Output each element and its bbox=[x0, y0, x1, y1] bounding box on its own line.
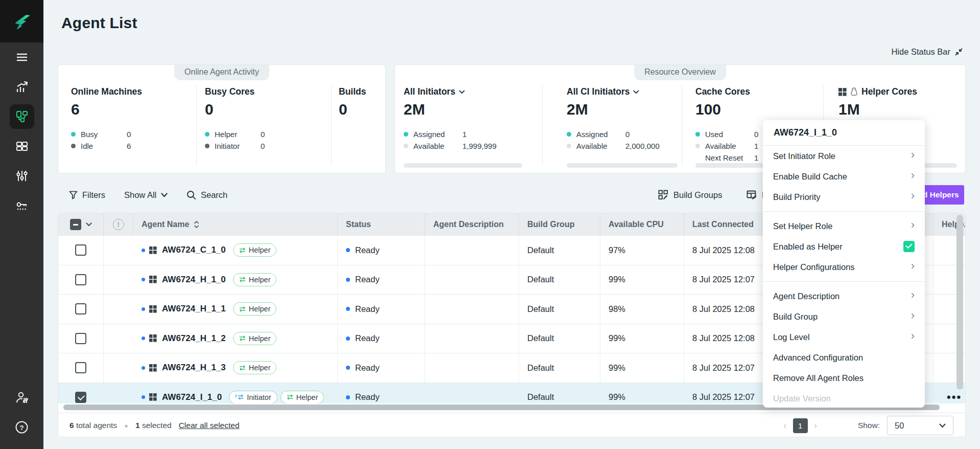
menu-item-label: Enable Build Cache bbox=[773, 172, 847, 182]
menu-item-label: Helper Configurations bbox=[773, 262, 855, 272]
select-all-checkbox[interactable] bbox=[70, 219, 81, 230]
section-title-text: All Initiators bbox=[404, 86, 455, 97]
more-actions-icon[interactable]: ••• bbox=[947, 391, 962, 403]
current-page-button[interactable]: 1 bbox=[793, 418, 808, 433]
hide-status-bar-button[interactable]: Hide Status Bar bbox=[891, 47, 963, 57]
selection-menu-chevron-icon[interactable] bbox=[86, 222, 92, 227]
cpu-cell: 99% bbox=[600, 265, 684, 295]
menu-item-enable-build-cache[interactable]: Enable Build Cache› bbox=[763, 166, 925, 187]
menu-item-set-helper-role[interactable]: Set Helper Role› bbox=[763, 216, 925, 236]
hamburger-menu-icon bbox=[15, 51, 29, 64]
online-dot-icon bbox=[142, 366, 145, 370]
row-checkbox[interactable] bbox=[75, 274, 86, 285]
online-dot-icon bbox=[142, 249, 145, 252]
menu-item-remove-all-agent-roles[interactable]: Remove All Agent Roles bbox=[763, 368, 925, 388]
menu-divider bbox=[763, 281, 925, 282]
table-edit-icon bbox=[746, 190, 757, 200]
sidebar-item-settings[interactable] bbox=[0, 161, 43, 191]
row-checkbox[interactable] bbox=[75, 244, 86, 256]
clear-selected-link[interactable]: Clear all selected bbox=[179, 421, 240, 430]
description-cell bbox=[425, 265, 519, 295]
row-checkbox[interactable] bbox=[75, 333, 86, 344]
incredibuild-logo[interactable] bbox=[0, 0, 43, 42]
sidebar-item-help[interactable]: ? bbox=[0, 412, 43, 442]
status-dot-icon bbox=[346, 336, 350, 341]
description-cell bbox=[425, 236, 519, 265]
row-checkbox[interactable] bbox=[75, 392, 86, 403]
page-size-select[interactable]: 50 bbox=[887, 416, 953, 435]
legend-row: Available1,999,999 bbox=[404, 140, 526, 152]
usage-progress-bar bbox=[404, 163, 522, 168]
legend-row: Idle6 bbox=[71, 140, 189, 152]
sidebar-item-agents[interactable] bbox=[0, 102, 43, 131]
status-dot-icon bbox=[346, 248, 350, 252]
row-checkbox[interactable] bbox=[75, 362, 86, 373]
badge-label: Initiator bbox=[247, 393, 271, 401]
table-footer: 6 total agents ● 1 selected Clear all se… bbox=[58, 413, 965, 437]
next-page-icon[interactable]: › bbox=[814, 420, 817, 431]
windows-icon bbox=[838, 88, 847, 96]
sidebar-item-user-settings[interactable] bbox=[0, 383, 43, 412]
row-alert-cell bbox=[103, 295, 133, 324]
sidebar-nav bbox=[0, 42, 43, 220]
cpu-cell: 98% bbox=[600, 295, 684, 324]
agent-name-column-header[interactable]: Agent Name bbox=[133, 213, 337, 236]
menu-item-helper-configurations[interactable]: Helper Configurations› bbox=[763, 257, 925, 277]
agent-context-menu: AW6724_I_1_0 Set Initiator Role›Enable B… bbox=[763, 120, 925, 408]
menu-item-build-group[interactable]: Build Group› bbox=[763, 306, 925, 327]
badge-label: Helper bbox=[249, 276, 271, 284]
menu-item-enabled-as-helper[interactable]: Enabled as Helper bbox=[763, 236, 925, 257]
prev-page-icon[interactable]: ‹ bbox=[783, 420, 786, 431]
build-groups-button[interactable]: Build Groups bbox=[658, 185, 722, 205]
vertical-scrollbar-thumb[interactable] bbox=[956, 215, 963, 390]
description-column-header[interactable]: Agent Description bbox=[425, 213, 519, 236]
show-label: Show: bbox=[858, 421, 880, 430]
agent-name-cell: AW6724_C_1_0 Helper bbox=[133, 236, 337, 265]
show-filter-dropdown[interactable]: Show All bbox=[124, 185, 168, 205]
status-cell: Ready bbox=[337, 324, 425, 353]
sort-icon[interactable] bbox=[194, 221, 199, 228]
section-title[interactable]: All CI Initiators bbox=[567, 86, 639, 97]
menu-item-agent-description[interactable]: Agent Description› bbox=[763, 286, 925, 306]
section-title-text: Cache Cores bbox=[695, 86, 750, 97]
status-column-header[interactable]: Status bbox=[337, 213, 425, 236]
legend-value: 0 bbox=[754, 130, 758, 139]
legend-label: Available bbox=[705, 142, 754, 150]
row-alert-cell bbox=[103, 236, 133, 265]
section-title: Online Machines bbox=[71, 86, 142, 97]
row-checkbox[interactable] bbox=[75, 303, 86, 315]
sidebar-item-menu[interactable] bbox=[0, 42, 43, 72]
cpu-cell: 99% bbox=[600, 383, 684, 404]
chevron-down-icon bbox=[161, 193, 168, 197]
legend-value: 0 bbox=[127, 130, 131, 139]
divider bbox=[331, 85, 332, 166]
status-dot-icon bbox=[346, 366, 350, 370]
menu-item-set-initiator-role[interactable]: Set Initiator Role› bbox=[763, 146, 925, 166]
row-alert-cell bbox=[103, 383, 133, 404]
sidebar-item-license[interactable] bbox=[0, 191, 43, 220]
agent-name-cell: AW6724_H_1_1 Helper bbox=[133, 295, 337, 324]
legend-value: 0 bbox=[261, 142, 265, 150]
alerts-column-header: ! bbox=[103, 213, 133, 236]
menu-item-label: Set Helper Role bbox=[773, 221, 832, 231]
menu-item-advanced-configuration[interactable]: Advanced Configuration bbox=[763, 347, 925, 368]
section-legend: Busy0Idle6 bbox=[71, 128, 189, 152]
legend-label: Busy bbox=[81, 130, 127, 139]
windows-machine-icon bbox=[149, 334, 157, 342]
search-input[interactable]: Search bbox=[186, 185, 227, 205]
show-filter-value: Show All bbox=[124, 190, 156, 200]
sidebar-item-builds[interactable] bbox=[0, 131, 43, 161]
online-dot-icon bbox=[142, 395, 145, 399]
status-dot-icon bbox=[346, 278, 350, 282]
sidebar-item-analytics[interactable] bbox=[0, 72, 43, 102]
build-group-column-header[interactable]: Build Group bbox=[519, 213, 600, 236]
menu-item-log-level[interactable]: Log Level› bbox=[763, 327, 925, 347]
enabled-checkbox[interactable] bbox=[903, 241, 915, 252]
chevron-right-icon: › bbox=[911, 219, 915, 231]
filters-button[interactable]: Filters bbox=[69, 185, 105, 205]
menu-item-build-priority[interactable]: Build Priority› bbox=[763, 187, 925, 207]
windows-machine-icon bbox=[149, 246, 157, 254]
section-title[interactable]: All Initiators bbox=[404, 86, 465, 97]
available-cpu-column-header[interactable]: Available CPU bbox=[600, 213, 684, 236]
helper-role-icon bbox=[239, 365, 246, 371]
